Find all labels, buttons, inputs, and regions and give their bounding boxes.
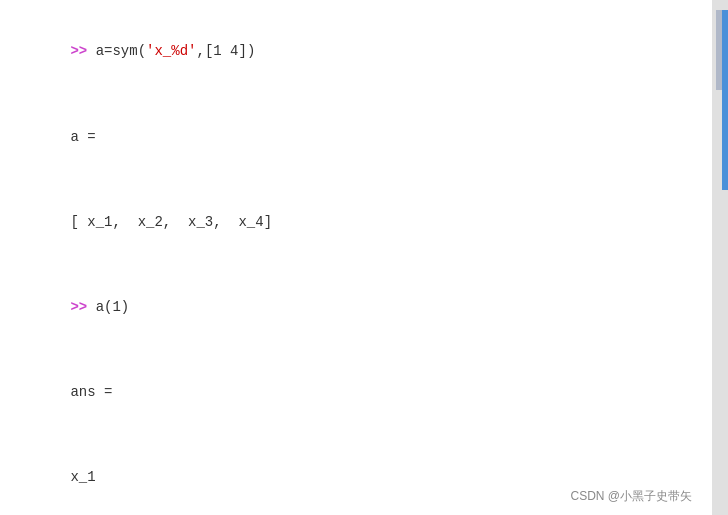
blank-4 — [20, 343, 692, 359]
code-output-area: >> a=sym('x_%d',[1 4]) a = [ x_1, x_2, x… — [0, 0, 712, 515]
blank-5 — [20, 428, 692, 444]
blank-3 — [20, 258, 692, 274]
a-value-text: [ x_1, x_2, x_3, x_4] — [70, 214, 272, 230]
output-ans1-label: ans = — [20, 359, 692, 426]
main-container: >> a=sym('x_%d',[1 4]) a = [ x_1, x_2, x… — [0, 0, 728, 515]
command-line-2: >> a(1) — [20, 274, 692, 341]
output-a-label: a = — [20, 103, 692, 170]
output-a-value: [ x_1, x_2, x_3, x_4] — [20, 188, 692, 255]
a-equals: a = — [70, 129, 95, 145]
scrollbar-area[interactable] — [712, 0, 728, 515]
watermark: CSDN @小黑子史带矢 — [570, 488, 692, 505]
scrollbar-track[interactable] — [712, 0, 728, 515]
scrollbar-thumb-blue[interactable] — [722, 10, 728, 190]
blank-1 — [20, 87, 692, 103]
prompt-1: >> — [70, 43, 95, 59]
command-line-1: >> a=sym('x_%d',[1 4]) — [20, 18, 692, 85]
blank-2 — [20, 172, 692, 188]
prompt-2: >> — [70, 299, 95, 315]
ans1-equals: ans = — [70, 384, 112, 400]
ans1-value-text: x_1 — [70, 469, 95, 485]
code-sym-call: a=sym('x_%d',[1 4]) — [96, 43, 256, 59]
code-a1: a(1) — [96, 299, 130, 315]
